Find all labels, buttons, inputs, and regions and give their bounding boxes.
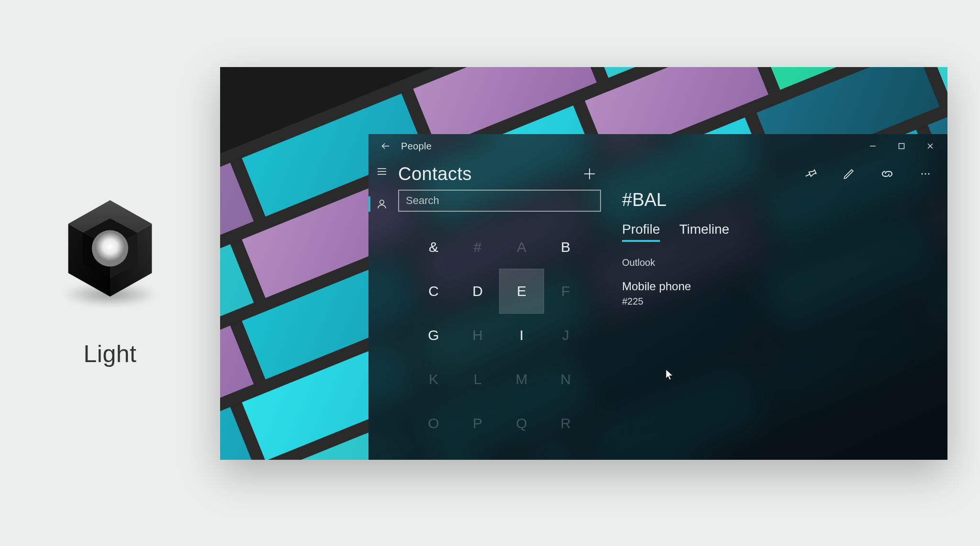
- search-input[interactable]: [406, 194, 593, 207]
- edit-button[interactable]: [839, 164, 858, 183]
- detail-tabs: Profile Timeline: [622, 222, 937, 242]
- hamburger-button[interactable]: [371, 161, 392, 182]
- right-pane: #BAL Profile Timeline Outlook Mobile pho…: [608, 158, 947, 460]
- letter-Q: Q: [500, 401, 544, 445]
- letter-H: H: [456, 313, 500, 357]
- titlebar: People: [368, 134, 947, 158]
- svg-rect-8: [899, 144, 904, 149]
- app-title: People: [401, 141, 432, 152]
- letter-D[interactable]: D: [456, 269, 500, 313]
- letter-B[interactable]: B: [544, 225, 588, 269]
- add-contact-button[interactable]: [578, 162, 601, 185]
- letter-R: R: [544, 401, 588, 445]
- light-icon: [57, 187, 163, 311]
- search-field[interactable]: [398, 190, 601, 212]
- desktop-screenshot: People: [220, 67, 947, 460]
- svg-point-19: [928, 173, 929, 174]
- letter-I[interactable]: I: [500, 313, 544, 357]
- section-outlook: Outlook: [622, 257, 937, 268]
- back-button[interactable]: [375, 136, 396, 157]
- link-button[interactable]: [878, 164, 897, 183]
- window-minimize-button[interactable]: [858, 136, 887, 157]
- letter-J: J: [544, 313, 588, 357]
- letter-grid: &#ABCDEFGHIJKLMNOPQR: [398, 225, 601, 445]
- svg-point-18: [924, 173, 926, 174]
- letter-E[interactable]: E: [500, 269, 544, 313]
- letter-P: P: [456, 401, 500, 445]
- window-maximize-button[interactable]: [887, 136, 916, 157]
- more-button[interactable]: [916, 164, 935, 183]
- left-pane: Contacts &#ABCDEFGHIJKLMNOPQR: [368, 158, 608, 460]
- letter-#: #: [456, 225, 500, 269]
- svg-point-17: [921, 173, 923, 174]
- window-close-button[interactable]: [916, 136, 945, 157]
- letter-F: F: [544, 269, 588, 313]
- letter-C[interactable]: C: [412, 269, 456, 313]
- nav-rail: [368, 158, 395, 460]
- letter-A: A: [500, 225, 544, 269]
- tab-timeline[interactable]: Timeline: [679, 222, 729, 242]
- contacts-heading: Contacts: [398, 164, 472, 184]
- contact-name: #BAL: [622, 190, 937, 210]
- letter-N: N: [544, 357, 588, 401]
- svg-point-14: [380, 200, 384, 204]
- letter-M: M: [500, 357, 544, 401]
- letter-L: L: [456, 357, 500, 401]
- showcase-light: Light: [43, 187, 177, 368]
- nav-contacts[interactable]: [371, 193, 392, 215]
- letter-G[interactable]: G: [412, 313, 456, 357]
- field-mobile-label: Mobile phone: [622, 280, 937, 293]
- showcase-label: Light: [84, 340, 137, 368]
- pin-button[interactable]: [801, 164, 820, 183]
- people-app-window: People: [368, 134, 947, 460]
- letter-&[interactable]: &: [412, 225, 456, 269]
- letter-K: K: [412, 357, 456, 401]
- svg-point-6: [92, 230, 128, 266]
- field-mobile-value: #225: [622, 296, 937, 307]
- tab-profile[interactable]: Profile: [622, 222, 660, 242]
- letter-O: O: [412, 401, 456, 445]
